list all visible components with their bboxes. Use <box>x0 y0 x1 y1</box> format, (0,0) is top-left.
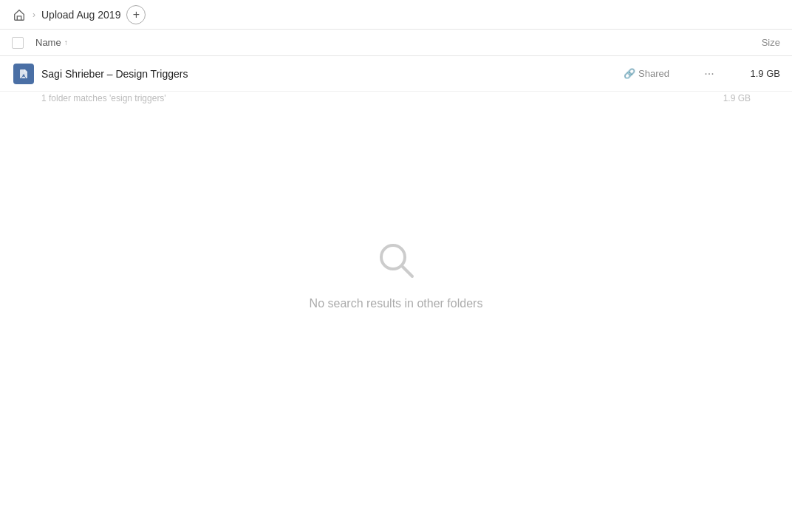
file-icon <box>13 64 34 84</box>
select-all-checkbox[interactable] <box>12 37 35 49</box>
name-column-header[interactable]: Name ↑ <box>35 37 721 48</box>
matches-text: 1 folder matches 'esign triggers' <box>41 93 166 103</box>
size-column-header: Size <box>721 37 780 48</box>
link-icon: 🔗 <box>624 68 635 79</box>
matches-row: 1 folder matches 'esign triggers' 1.9 GB <box>0 92 792 105</box>
breadcrumb-separator: › <box>33 10 35 20</box>
checkbox[interactable] <box>12 37 24 49</box>
no-results-label: No search results in other folders <box>310 297 483 310</box>
row-checkbox[interactable] <box>12 64 35 84</box>
no-results-icon <box>374 238 418 288</box>
shared-badge: 🔗 Shared <box>624 68 697 79</box>
more-options-button[interactable]: ··· <box>697 67 721 81</box>
sort-arrow-icon: ↑ <box>64 38 68 47</box>
table-row[interactable]: Sagi Shrieber – Design Triggers 🔗 Shared… <box>0 56 792 92</box>
add-button[interactable]: + <box>126 5 146 24</box>
breadcrumb-label: Upload Aug 2019 <box>41 9 120 21</box>
file-name: Sagi Shrieber – Design Triggers <box>35 68 624 80</box>
topbar: › Upload Aug 2019 + <box>0 0 792 30</box>
matches-size: 1.9 GB <box>692 93 751 103</box>
svg-line-2 <box>402 266 413 277</box>
file-size: 1.9 GB <box>721 68 780 79</box>
home-icon[interactable] <box>12 7 27 22</box>
empty-state: No search results in other folders <box>0 105 792 310</box>
file-icon-wrap <box>12 64 35 84</box>
table-header: Name ↑ Size <box>0 30 792 56</box>
